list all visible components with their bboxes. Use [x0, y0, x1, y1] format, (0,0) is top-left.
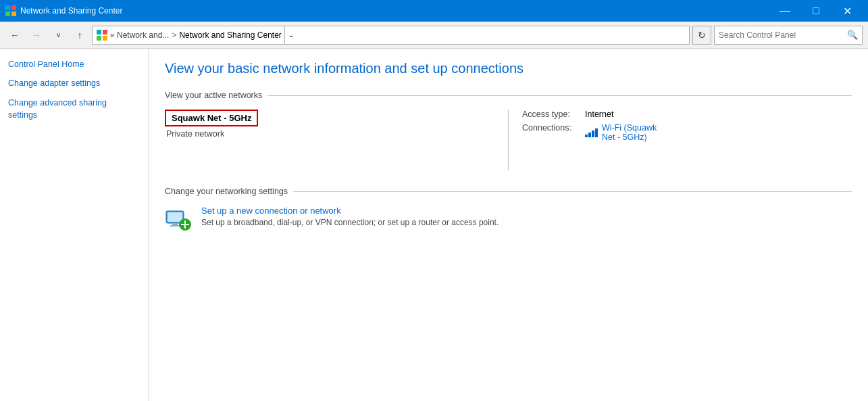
sidebar-item-change-advanced-sharing[interactable]: Change advanced sharingsettings: [8, 97, 140, 121]
networks-area: Squawk Net - 5GHz Private network Access…: [165, 110, 852, 170]
new-connection-text: Set up a new connection or network Set u…: [201, 206, 852, 229]
network-name[interactable]: Squawk Net - 5GHz: [165, 110, 258, 126]
address-path-box[interactable]: « Network and... > Network and Sharing C…: [92, 26, 690, 45]
active-networks-header: View your active networks: [165, 91, 852, 100]
access-type-row: Access type: Internet: [522, 110, 852, 119]
content-area: View your basic network information and …: [149, 49, 868, 401]
wifi-connection-link[interactable]: Wi-Fi (SquawkNet - 5GHz): [602, 123, 657, 142]
refresh-button[interactable]: ↻: [692, 26, 711, 45]
svg-rect-5: [103, 30, 107, 34]
access-type-value: Internet: [585, 110, 613, 119]
network-type: Private network: [166, 129, 494, 139]
sidebar: Control Panel Home Change adapter settin…: [0, 49, 149, 401]
svg-rect-4: [97, 30, 101, 34]
window-controls: — □ ✕: [769, 0, 863, 22]
page-title: View your basic network information and …: [165, 60, 852, 77]
new-connection-item: Set up a new connection or network Set u…: [165, 206, 852, 233]
svg-rect-7: [103, 36, 107, 41]
setup-icon-svg: [165, 206, 192, 233]
new-connection-link[interactable]: Set up a new connection or network: [201, 206, 852, 216]
change-settings-label: Change your networking settings: [165, 187, 288, 196]
address-bar: ← → ∨ ↑ « Network and... > Network and S…: [0, 22, 868, 49]
recent-button[interactable]: ∨: [49, 26, 68, 45]
minimize-button[interactable]: —: [769, 0, 800, 22]
app-icon: [5, 5, 16, 16]
connections-row: Connections: Wi-Fi (SquawkNet - 5GHz): [522, 123, 852, 142]
path-icon: [97, 30, 107, 41]
sidebar-item-change-adapter[interactable]: Change adapter settings: [8, 78, 140, 88]
forward-button[interactable]: →: [27, 26, 46, 45]
network-info: Squawk Net - 5GHz Private network: [165, 110, 509, 170]
maximize-button[interactable]: □: [800, 0, 832, 22]
change-settings-header: Change your networking settings: [165, 187, 852, 196]
main-area: Control Panel Home Change adapter settin…: [0, 49, 868, 401]
window-title: Network and Sharing Center: [20, 6, 769, 16]
section-divider: [267, 95, 852, 96]
svg-rect-10: [172, 223, 178, 225]
svg-rect-2: [5, 11, 10, 16]
network-details: Access type: Internet Connections: Wi-Fi: [509, 110, 852, 170]
address-dropdown-button[interactable]: ⌄: [284, 26, 298, 45]
close-button[interactable]: ✕: [832, 0, 863, 22]
connections-label: Connections:: [522, 123, 580, 133]
path-separator: >: [172, 30, 176, 40]
section-divider-2: [293, 191, 852, 192]
access-type-label: Access type:: [522, 110, 580, 119]
settings-section: Set up a new connection or network Set u…: [165, 206, 852, 233]
svg-rect-6: [97, 36, 101, 41]
search-box: 🔍: [714, 26, 863, 45]
svg-rect-9: [168, 212, 182, 222]
refresh-icon: ↻: [698, 30, 706, 41]
svg-rect-11: [170, 225, 180, 227]
svg-rect-14: [181, 224, 189, 225]
new-connection-desc: Set up a broadband, dial-up, or VPN conn…: [201, 218, 499, 227]
path-short-text: « Network and...: [110, 30, 169, 40]
search-icon: 🔍: [847, 30, 858, 40]
back-button[interactable]: ←: [5, 26, 24, 45]
svg-rect-3: [11, 11, 16, 16]
wifi-signal-icon: [585, 128, 598, 137]
svg-rect-1: [11, 5, 16, 10]
svg-rect-0: [5, 5, 10, 10]
up-button[interactable]: ↑: [70, 26, 89, 45]
path-current-text: Network and Sharing Center: [179, 30, 281, 40]
sidebar-item-control-panel-home[interactable]: Control Panel Home: [8, 60, 140, 69]
title-bar: Network and Sharing Center — □ ✕: [0, 0, 868, 22]
new-connection-icon: [165, 206, 192, 233]
active-networks-label: View your active networks: [165, 91, 262, 100]
search-input[interactable]: [719, 30, 847, 40]
